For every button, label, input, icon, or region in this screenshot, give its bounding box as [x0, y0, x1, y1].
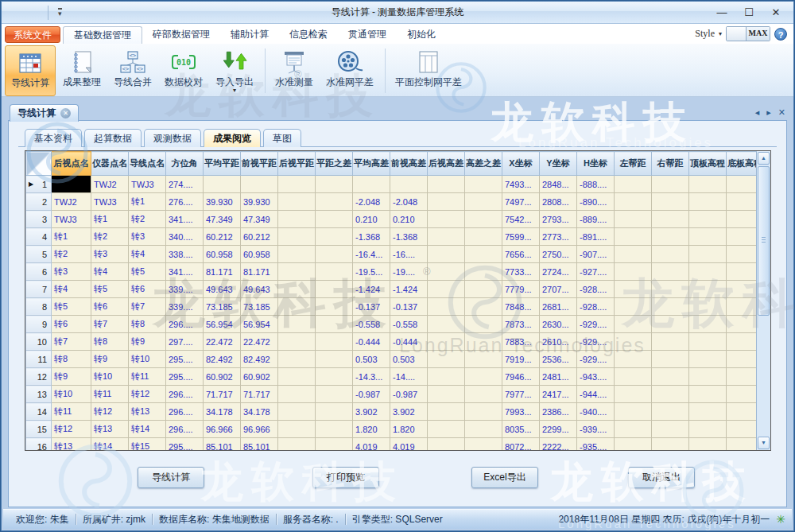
grid-cell[interactable]: 295....	[166, 438, 204, 451]
row-header[interactable]: 4	[26, 228, 52, 246]
grid-cell[interactable]	[353, 176, 390, 193]
subtab-3[interactable]: 观测数据	[144, 129, 201, 147]
grid-cell[interactable]: -19.5...	[353, 263, 390, 281]
grid-cell[interactable]: 1.820	[390, 421, 428, 438]
row-header[interactable]: 14	[26, 403, 52, 421]
grid-cell[interactable]: 转14	[129, 421, 166, 438]
column-header-1[interactable]: 后视点名	[52, 152, 91, 176]
grid-cell[interactable]: -928....	[577, 281, 615, 298]
grid-cell[interactable]: 296....	[166, 403, 204, 421]
grid-cell[interactable]: -14....	[390, 368, 428, 386]
grid-cell[interactable]: 转12	[129, 386, 166, 403]
grid-cell[interactable]	[652, 263, 689, 281]
grid-cell[interactable]	[428, 246, 465, 263]
grid-cell[interactable]	[316, 368, 353, 386]
grid-cell[interactable]	[689, 176, 727, 193]
grid-cell[interactable]: 7883...	[502, 333, 540, 351]
grid-cell[interactable]: 96.966	[204, 421, 241, 438]
grid-cell[interactable]	[278, 368, 316, 386]
grid-cell[interactable]	[316, 228, 353, 246]
grid-cell[interactable]: -0.558	[353, 316, 390, 333]
cancel-exit-button[interactable]: 取消退出	[628, 467, 695, 488]
grid-cell[interactable]	[615, 316, 652, 333]
ribbon-button-8[interactable]: 平面控制网平差	[390, 45, 467, 96]
grid-cell[interactable]: 96.966	[241, 421, 278, 438]
system-file-button[interactable]: 系统文件	[5, 26, 60, 43]
grid-cell[interactable]	[465, 228, 502, 246]
column-header-12[interactable]: 高差之差	[465, 152, 502, 176]
style-label[interactable]: Style	[695, 28, 715, 40]
grid-cell[interactable]: 49.643	[204, 281, 241, 298]
ribbon-button-5[interactable]: 导入导出▾	[210, 45, 259, 96]
maximize-button[interactable]: ☐	[741, 6, 757, 18]
grid-cell[interactable]: 转7	[129, 298, 166, 316]
grid-cell[interactable]: 274....	[166, 176, 204, 193]
grid-cell[interactable]: 7848...	[502, 298, 540, 316]
grid-cell[interactable]: 71.717	[204, 386, 241, 403]
grid-cell[interactable]	[615, 421, 652, 438]
grid-cell[interactable]: -929....	[577, 333, 615, 351]
grid-cell[interactable]	[727, 228, 757, 246]
grid-cell[interactable]: 4.019	[353, 438, 390, 451]
grid-cell[interactable]: 转7	[52, 333, 91, 351]
grid-cell[interactable]: 0.210	[390, 211, 428, 228]
grid-cell[interactable]	[278, 211, 316, 228]
grid-cell[interactable]	[689, 386, 727, 403]
grid-cell[interactable]	[278, 176, 316, 193]
grid-cell[interactable]: -2.048	[390, 193, 428, 211]
grid-cell[interactable]	[652, 421, 689, 438]
grid-cell[interactable]: 转3	[91, 246, 129, 263]
grid-cell[interactable]	[615, 193, 652, 211]
row-header[interactable]: 5	[26, 246, 52, 263]
column-header-9[interactable]: 平均高差	[353, 152, 390, 176]
grid-cell[interactable]: 2630...	[540, 316, 577, 333]
grid-cell[interactable]: 转7	[91, 316, 129, 333]
grid-cell[interactable]: 7656...	[502, 246, 540, 263]
tab-scroll-right-icon[interactable]: ▸	[766, 107, 771, 118]
grid-cell[interactable]	[278, 403, 316, 421]
grid-cell[interactable]: 3.902	[353, 403, 390, 421]
grid-cell[interactable]	[689, 421, 727, 438]
grid-cell[interactable]	[652, 351, 689, 368]
grid-cell[interactable]: -14.3...	[353, 368, 390, 386]
grid-cell[interactable]: 转2	[129, 211, 166, 228]
grid-cell[interactable]: 60.902	[241, 368, 278, 386]
grid-cell[interactable]	[428, 421, 465, 438]
grid-cell[interactable]: -19....	[390, 263, 428, 281]
grid-cell[interactable]: 7599...	[502, 228, 540, 246]
subtab-4[interactable]: 成果阅览	[204, 129, 261, 147]
grid-cell[interactable]: -0.444	[353, 333, 390, 351]
grid-cell[interactable]: 转4	[52, 281, 91, 298]
grid-cell[interactable]: -0.137	[390, 298, 428, 316]
grid-cell[interactable]: -940....	[577, 403, 615, 421]
grid-cell[interactable]: 295....	[166, 368, 204, 386]
grid-cell[interactable]: 73.185	[204, 298, 241, 316]
grid-cell[interactable]: 81.171	[204, 263, 241, 281]
grid-cell[interactable]: 7993...	[502, 403, 540, 421]
column-header-2[interactable]: 仪器点名	[91, 152, 129, 176]
grid-cell[interactable]	[316, 281, 353, 298]
grid-cell[interactable]: 60.902	[204, 368, 241, 386]
document-tab-close-icon[interactable]: ✕	[60, 108, 71, 118]
grid-cell[interactable]: 转2	[91, 228, 129, 246]
grid-cell[interactable]	[278, 281, 316, 298]
grid-cell[interactable]: 2481...	[540, 368, 577, 386]
grid-cell[interactable]: 转13	[52, 438, 91, 451]
grid-cell[interactable]: -891....	[577, 228, 615, 246]
close-button[interactable]: ✕	[768, 6, 784, 18]
grid-cell[interactable]: 转8	[52, 351, 91, 368]
column-header-6[interactable]: 前视平距	[241, 152, 278, 176]
grid-cell[interactable]: 7873...	[502, 316, 540, 333]
grid-cell[interactable]: 0.210	[353, 211, 390, 228]
grid-cell[interactable]	[727, 193, 757, 211]
grid-cell[interactable]: 0.503	[353, 351, 390, 368]
grid-cell[interactable]: 39.930	[204, 193, 241, 211]
grid-cell[interactable]: 转6	[52, 316, 91, 333]
grid-cell[interactable]	[465, 176, 502, 193]
grid-cell[interactable]: 297....	[166, 333, 204, 351]
grid-cell[interactable]	[652, 316, 689, 333]
grid-cell[interactable]: -889....	[577, 211, 615, 228]
tab-close-all-icon[interactable]: ✕	[778, 107, 785, 118]
grid-cell[interactable]	[465, 333, 502, 351]
grid-cell[interactable]: 60.212	[204, 228, 241, 246]
